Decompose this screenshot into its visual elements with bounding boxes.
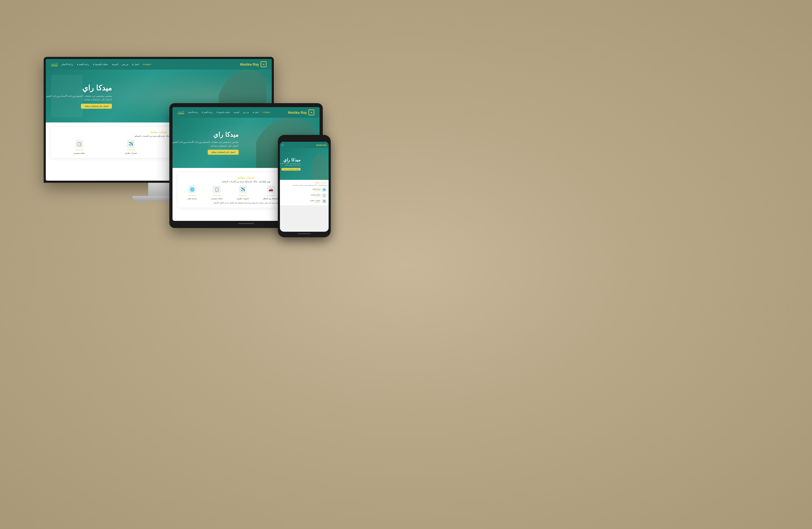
tablet-nav-about[interactable]: من نحن — [243, 111, 249, 114]
phone-hero-title: ميدكا راي — [280, 157, 301, 162]
tablet-logo-text: Medika Ray — [288, 111, 307, 115]
phone-service-followup: 📋 متابعة مستمرة ★★★★★ — [282, 193, 327, 198]
tablet-home-bar — [238, 223, 254, 224]
desktop-logo: M Medika Ray — [240, 61, 266, 67]
tablet-followup-stars: ★★★★★ — [213, 194, 221, 196]
tablet-nav-hair[interactable]: زراعة الشعر ▾ — [202, 111, 213, 114]
tablet-flights-label: حجوزات طيران — [237, 197, 249, 200]
desktop-navbar: M Medika Ray English ▾ اتصل بنا من نحن ا… — [46, 59, 272, 70]
followup-label: متابعة مستمرة — [74, 152, 85, 154]
tablet-hero-cta-button[interactable]: إحصل على إستشارة مجانية — [208, 150, 238, 155]
desktop-nav-links: English ▾ اتصل بنا من نحن المدونة عمليات… — [51, 63, 151, 66]
phone-services: خدمات مجانية نهتم بالتفاصيل.. لذلك نقدم … — [280, 180, 329, 205]
phone-services-subtitle: نهتم بالتفاصيل.. لذلك نقدم لكم حزمة من ا… — [282, 185, 327, 186]
hero-content: ميدكا راي مشفى متخصص في عمليات التجميل و… — [46, 84, 112, 109]
phone-hero-subtitle: مشفى متخصص في عمليات التجميلوزراعة الأسن… — [280, 162, 301, 166]
tablet-hero-content: ميدكا راي مشفى متخصص في عمليات التجميل و… — [173, 131, 238, 155]
nav-blog[interactable]: المدونة — [112, 63, 118, 65]
tablet-reception-label: الإستقبال من المطار — [263, 197, 279, 200]
tablet-reception-stars: ★★★★★ — [267, 194, 275, 196]
phone-logo: Medika Ray — [316, 144, 327, 146]
tablet-followup-icon: 📋 — [213, 186, 221, 193]
phone-frame: Medika Ray ☰ ميدكا راي مشفى متخصص في عمل… — [278, 135, 331, 237]
followup-stars: ★★★★★ — [75, 149, 83, 151]
tablet-service-translator: 🌐 ★★★★★ مترجم طبي — [188, 186, 197, 200]
phone-hero-content: ميدكا راي مشفى متخصص في عمليات التجميلوز… — [280, 157, 301, 171]
phone-hero: ميدكا راي مشفى متخصص في عمليات التجميلوز… — [280, 148, 329, 180]
tablet-nav-dental[interactable]: زراعة الأسنان — [188, 111, 198, 114]
phone-screen: Medika Ray ☰ ميدكا راي مشفى متخصص في عمل… — [280, 142, 329, 232]
nav-dental[interactable]: زراعة الأسنان — [61, 63, 73, 65]
tablet-service-reception: 🚗 ★★★★★ الإستقبال من المطار — [263, 186, 279, 200]
phone-followup-info: متابعة مستمرة ★★★★★ — [282, 194, 320, 197]
phone-service-list: 🌐 مترجم طبي ★★★★★ 📋 متابعة مستمرة ★★★★★ — [282, 187, 327, 204]
phone-hamburger[interactable]: ☰ — [282, 144, 284, 146]
phone-translator-info: مترجم طبي ★★★★★ — [282, 188, 320, 191]
flights-stars: ★★★★★ — [127, 149, 135, 151]
followup-icon: 📋 — [75, 140, 83, 148]
tablet-service-flights: ✈️ ★★★★★ حجوزات طيران — [237, 186, 249, 200]
monitor-neck — [148, 183, 169, 196]
phone-service-flights: ✈️ حجوزات طيران ★★★★★ — [282, 199, 327, 204]
tablet-flights-stars: ★★★★★ — [239, 194, 247, 196]
phone-followup-stars: ★★★★★ — [282, 195, 320, 197]
phone-notch — [296, 138, 312, 141]
nav-contact[interactable]: اتصل بنا — [132, 63, 139, 65]
tablet-hero-title: ميدكا راي — [173, 131, 238, 138]
hero-cta-button[interactable]: إحصل على إستشارة مجانية — [81, 104, 112, 109]
phone-translator-label: مترجم طبي — [282, 188, 320, 190]
tablet-navbar: M Medika Ray English ▾ اتصل بنا من نحن ا… — [173, 107, 320, 118]
flights-icon: ✈️ — [127, 140, 135, 148]
phone-flights-icon: ✈️ — [322, 199, 327, 204]
logo-text: Medika Ray — [240, 62, 259, 67]
tablet-service-followup: 📋 ★★★★★ متابعة مستمرة — [211, 186, 222, 200]
phone-navbar: Medika Ray ☰ — [280, 142, 329, 148]
nav-about[interactable]: من نحن — [122, 63, 128, 65]
tablet-followup-label: متابعة مستمرة — [211, 197, 222, 200]
nav-english[interactable]: English ▾ — [143, 63, 151, 65]
phone-flights-info: حجوزات طيران ★★★★★ — [282, 200, 320, 203]
phone-device: Medika Ray ☰ ميدكا راي مشفى متخصص في عمل… — [278, 135, 331, 237]
tablet-nav-blog[interactable]: المدونة — [234, 111, 239, 114]
nav-hair[interactable]: زراعة الشعر ▾ — [77, 63, 89, 65]
phone-flights-stars: ★★★★★ — [282, 201, 320, 203]
tablet-flights-icon: ✈️ — [239, 186, 247, 193]
hero-title: ميدكا راي — [46, 84, 112, 92]
tablet-logo-icon: M — [308, 109, 314, 115]
nav-cosmetic[interactable]: عمليات التجميل ▾ — [93, 63, 108, 65]
phone-hero-cta-button[interactable]: إحصل على إستشارة مجانية — [281, 168, 300, 171]
tablet-nav-contact[interactable]: اتصل بنا — [253, 111, 259, 114]
service-flights: ✈️ ★★★★★ حجوزات طيران — [125, 140, 137, 154]
tablet-translator-label: مترجم طبي — [188, 197, 197, 200]
tablet-nav-cosmetic[interactable]: عمليات التجميل ▾ — [216, 111, 230, 114]
phone-translator-stars: ★★★★★ — [282, 190, 320, 191]
tablet-logo: M Medika Ray — [288, 109, 314, 115]
phone-followup-icon: 📋 — [322, 193, 327, 198]
tablet-reception-icon: 🚗 — [267, 186, 275, 193]
nav-home[interactable]: الرئيسية — [51, 63, 58, 66]
phone-website: Medika Ray ☰ ميدكا راي مشفى متخصص في عمل… — [280, 142, 329, 205]
hero-subtitle: مشفى متخصص في عمليات التجميل وزراعة الأس… — [46, 94, 112, 102]
flights-label: حجوزات طيران — [125, 152, 137, 154]
service-followup: 📋 ★★★★★ متابعة مستمرة — [74, 140, 85, 154]
logo-icon: M — [261, 61, 266, 67]
tablet-nav-english[interactable]: English ▾ — [262, 111, 270, 114]
phone-services-title: خدمات مجانية — [282, 181, 327, 184]
phone-translator-icon: 🌐 — [322, 187, 327, 192]
phone-flights-label: حجوزات طيران — [282, 200, 320, 201]
phone-service-translator: 🌐 مترجم طبي ★★★★★ — [282, 187, 327, 192]
phone-home-bar — [298, 233, 311, 234]
tablet-translator-icon: 🌐 — [188, 186, 196, 193]
tablet-hero-subtitle: مشفى متخصص في عمليات التجميل وزراعة الأس… — [173, 141, 238, 148]
tablet-nav-home[interactable]: الرئيسية — [178, 111, 184, 114]
tablet-nav-links: English ▾ اتصل بنا من نحن المدونة عمليات… — [178, 111, 270, 114]
tablet-translator-stars: ★★★★★ — [188, 194, 196, 196]
phone-followup-label: متابعة مستمرة — [282, 194, 320, 195]
